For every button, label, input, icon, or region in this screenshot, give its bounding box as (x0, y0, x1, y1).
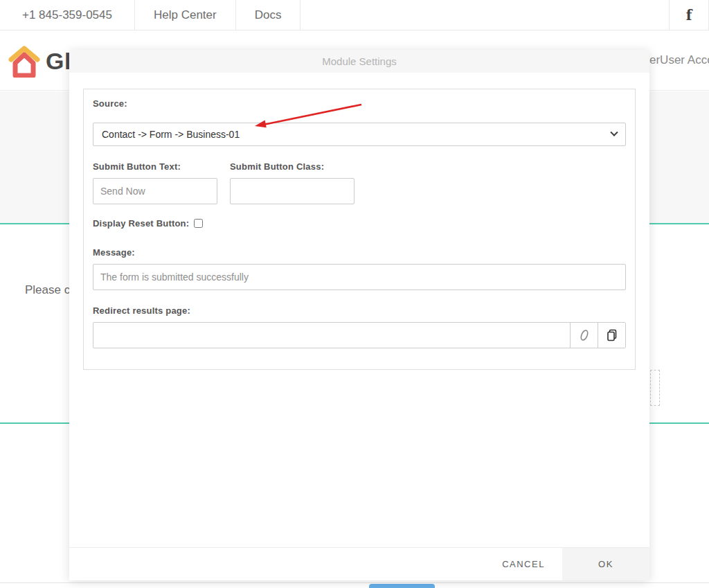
submit-button-class-label: Submit Button Class: (230, 161, 354, 172)
facebook-icon: f (686, 7, 692, 24)
link-picker-button[interactable] (570, 323, 598, 348)
submit-button-text-label: Submit Button Text: (93, 161, 217, 172)
display-reset-label: Display Reset Button: (93, 218, 189, 229)
page-icon (607, 329, 618, 341)
source-select[interactable]: Contact -> Form -> Business-01 (93, 123, 626, 146)
bottom-hairline (0, 582, 709, 583)
help-center-link[interactable]: Help Center (135, 0, 236, 30)
account-menu-text[interactable]: erUser Accou (649, 53, 709, 67)
source-select-value: Contact -> Form -> Business-01 (102, 129, 240, 140)
modal-header: Module Settings (69, 50, 649, 73)
submit-button-text-input[interactable] (93, 178, 217, 204)
modal-title: Module Settings (322, 55, 397, 67)
house-logo-icon (8, 45, 40, 78)
message-input[interactable] (93, 264, 626, 290)
submit-class-column: Submit Button Class: (230, 161, 354, 204)
module-settings-modal: Module Settings Source: Contact -> Form … (69, 50, 649, 580)
link-icon (579, 329, 590, 341)
message-label: Message: (93, 247, 626, 258)
ok-button[interactable]: OK (562, 548, 649, 580)
modal-footer: CANCEL OK (69, 547, 649, 580)
redirect-url-input[interactable] (93, 323, 570, 348)
submit-button-class-input[interactable] (230, 178, 354, 204)
display-reset-row: Display Reset Button: (93, 218, 626, 229)
button-settings-row: Submit Button Text: Submit Button Class: (93, 161, 626, 204)
chevron-down-icon (610, 129, 618, 136)
redirect-input-group (93, 322, 626, 348)
source-label: Source: (93, 98, 626, 109)
docs-link[interactable]: Docs (236, 0, 301, 30)
cancel-button[interactable]: CANCEL (485, 548, 562, 580)
settings-form-box: Source: Contact -> Form -> Business-01 S… (83, 89, 636, 370)
placeholder-hint-text: Please cli (25, 283, 75, 297)
redirect-label: Redirect results page: (93, 305, 626, 316)
phone-number: +1 845-359-0545 (0, 0, 135, 30)
page-root: +1 845-359-0545 Help Center Docs f Glo e… (0, 0, 709, 588)
dropzone-dashed-box (650, 370, 660, 406)
facebook-link[interactable]: f (669, 0, 709, 30)
submit-text-column: Submit Button Text: (93, 161, 217, 204)
page-picker-button[interactable] (598, 323, 625, 348)
topbar-social: f (669, 0, 709, 30)
top-utility-bar: +1 845-359-0545 Help Center Docs f (0, 0, 709, 30)
page-blue-button[interactable] (369, 584, 435, 588)
display-reset-checkbox[interactable] (194, 219, 203, 228)
